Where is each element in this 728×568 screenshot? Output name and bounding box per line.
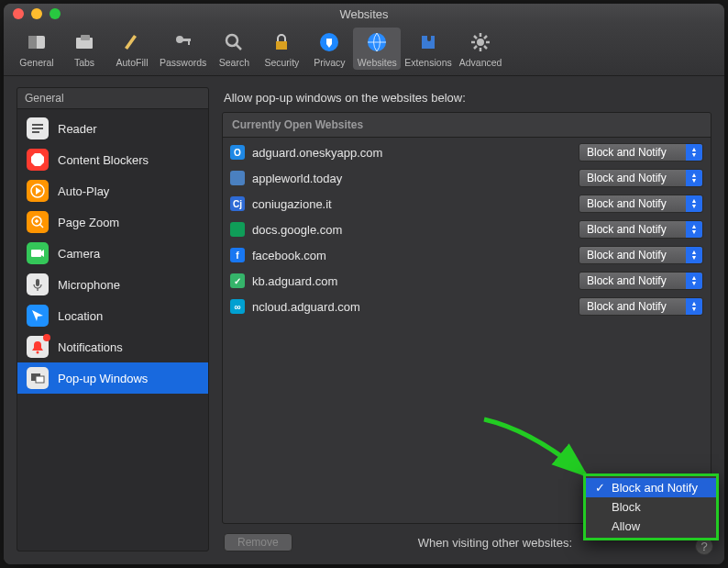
site-name: coniugazione.it xyxy=(252,197,332,211)
zoom-icon[interactable] xyxy=(50,8,61,19)
svg-rect-9 xyxy=(276,41,287,50)
sidebar-item-location[interactable]: Location xyxy=(17,300,208,331)
popup-option-label: Block xyxy=(612,500,641,514)
sidebar-item-page-zoom[interactable]: Page Zoom xyxy=(17,206,208,238)
svg-point-36 xyxy=(37,351,39,354)
main-title: Allow pop-up windows on the websites bel… xyxy=(222,87,711,112)
toolbar-label: General xyxy=(19,57,53,68)
svg-rect-6 xyxy=(188,41,190,45)
popup-option-allow[interactable]: Allow xyxy=(586,517,716,536)
site-setting-dropdown[interactable]: Block and Notify ▲▼ xyxy=(579,195,703,213)
popup-option-block[interactable]: Block xyxy=(586,497,716,517)
titlebar[interactable]: Websites xyxy=(4,4,724,24)
sidebar-item-microphone[interactable]: Microphone xyxy=(17,269,208,300)
svg-marker-26 xyxy=(36,187,41,195)
toolbar-label: Websites xyxy=(358,57,397,68)
camera-icon xyxy=(27,242,49,264)
site-cell: ∞ ncloud.adguard.com xyxy=(230,299,360,314)
toolbar-search[interactable]: Search xyxy=(210,28,258,70)
site-cell: docs.google.com xyxy=(230,222,342,237)
octagon-icon xyxy=(27,149,49,171)
site-name: appleworld.today xyxy=(252,172,342,185)
toolbar-security[interactable]: Security xyxy=(258,28,305,70)
dropdown-value: Block and Notify xyxy=(587,249,667,262)
dropdown-value: Block and Notify xyxy=(587,197,667,210)
website-row[interactable]: f facebook.com Block and Notify ▲▼ xyxy=(223,242,711,268)
sidebar-item-pop-up-windows[interactable]: Pop-up Windows xyxy=(17,362,208,394)
chevron-updown-icon: ▲▼ xyxy=(686,221,702,238)
website-row[interactable]: ✓ kb.adguard.com Block and Notify ▲▼ xyxy=(223,268,711,294)
favicon-icon: O xyxy=(230,145,245,160)
toolbar-websites[interactable]: Websites xyxy=(353,28,401,70)
toolbar-label: Passwords xyxy=(160,57,206,68)
zoom-icon xyxy=(27,211,49,233)
svg-rect-23 xyxy=(32,131,39,133)
other-websites-dropdown-menu: ✓Block and NotifyBlockAllow xyxy=(583,473,719,540)
chevron-updown-icon: ▲▼ xyxy=(686,195,702,212)
sidebar-item-label: Page Zoom xyxy=(58,216,119,229)
site-setting-dropdown[interactable]: Block and Notify ▲▼ xyxy=(579,143,703,161)
chevron-updown-icon: ▲▼ xyxy=(686,273,702,289)
toolbar-privacy[interactable]: Privacy xyxy=(305,28,353,70)
preferences-window: Websites GeneralTabsAutoFillPasswordsSea… xyxy=(4,4,724,564)
popup-option-block-and-notify[interactable]: ✓Block and Notify xyxy=(586,478,716,497)
svg-rect-22 xyxy=(32,128,43,129)
website-row[interactable]: ∞ ncloud.adguard.com Block and Notify ▲▼ xyxy=(223,294,711,319)
svg-point-12 xyxy=(477,39,484,46)
favicon-icon: Cj xyxy=(230,196,245,211)
sidebar-item-reader[interactable]: Reader xyxy=(17,113,208,144)
site-setting-dropdown[interactable]: Block and Notify ▲▼ xyxy=(579,169,703,187)
website-row[interactable]: Cj coniugazione.it Block and Notify ▲▼ xyxy=(223,191,711,217)
play-icon xyxy=(27,180,49,202)
sidebar-item-label: Notifications xyxy=(58,340,123,354)
favicon-icon: ∞ xyxy=(230,299,245,314)
toolbar-advanced[interactable]: Advanced xyxy=(456,28,506,70)
list-header: Currently Open Websites xyxy=(223,113,711,138)
chevron-updown-icon: ▲▼ xyxy=(686,298,702,315)
chevron-updown-icon: ▲▼ xyxy=(686,144,702,161)
globe-icon xyxy=(364,29,390,55)
svg-rect-31 xyxy=(31,250,41,257)
site-setting-dropdown[interactable]: Block and Notify ▲▼ xyxy=(579,297,703,316)
website-row[interactable]: O adguard.oneskyapp.com Block and Notify… xyxy=(223,139,711,165)
svg-line-20 xyxy=(474,46,477,49)
remove-button[interactable]: Remove xyxy=(224,533,292,551)
toolbar-label: Extensions xyxy=(404,57,451,68)
sidebar-item-auto-play[interactable]: Auto-Play xyxy=(17,175,208,206)
sidebar-item-label: Content Blockers xyxy=(58,153,149,167)
toolbar-autofill[interactable]: AutoFill xyxy=(108,28,156,70)
website-row[interactable]: docs.google.com Block and Notify ▲▼ xyxy=(223,217,711,242)
hand-icon xyxy=(316,29,342,55)
website-row[interactable]: appleworld.today Block and Notify ▲▼ xyxy=(223,165,711,191)
svg-line-19 xyxy=(484,36,487,39)
reader-icon xyxy=(27,117,49,139)
site-cell: ✓ kb.adguard.com xyxy=(230,273,337,288)
site-setting-dropdown[interactable]: Block and Notify ▲▼ xyxy=(579,246,703,264)
minimize-icon[interactable] xyxy=(31,8,42,19)
toolbar-label: Search xyxy=(219,57,249,68)
toolbar-extensions[interactable]: Extensions xyxy=(401,28,455,70)
sidebar-items: ReaderContent BlockersAuto-PlayPage Zoom… xyxy=(17,109,208,397)
svg-line-17 xyxy=(474,36,477,39)
sidebar-item-content-blockers[interactable]: Content Blockers xyxy=(17,144,208,175)
toolbar-tabs[interactable]: Tabs xyxy=(61,28,108,70)
dropdown-value: Block and Notify xyxy=(587,172,667,184)
sidebar-item-label: Location xyxy=(58,309,103,323)
sidebar-item-notifications[interactable]: Notifications xyxy=(17,331,208,362)
toolbar-general[interactable]: General xyxy=(13,28,61,70)
sidebar-header: General xyxy=(17,88,208,109)
svg-marker-32 xyxy=(41,250,44,257)
sidebar-item-label: Reader xyxy=(58,122,97,136)
dropdown-value: Block and Notify xyxy=(587,223,667,236)
toolbar-passwords[interactable]: Passwords xyxy=(156,28,210,70)
sidebar-item-camera[interactable]: Camera xyxy=(17,238,208,269)
close-icon[interactable] xyxy=(13,8,24,19)
svg-line-8 xyxy=(236,44,241,50)
site-setting-dropdown[interactable]: Block and Notify ▲▼ xyxy=(579,272,703,290)
toolbar-label: Security xyxy=(264,57,299,68)
favicon-icon: ✓ xyxy=(230,273,245,288)
sidebar-item-label: Auto-Play xyxy=(58,184,109,198)
site-setting-dropdown[interactable]: Block and Notify ▲▼ xyxy=(579,220,703,239)
dropdown-value: Block and Notify xyxy=(587,146,667,159)
mic-icon xyxy=(27,273,49,295)
